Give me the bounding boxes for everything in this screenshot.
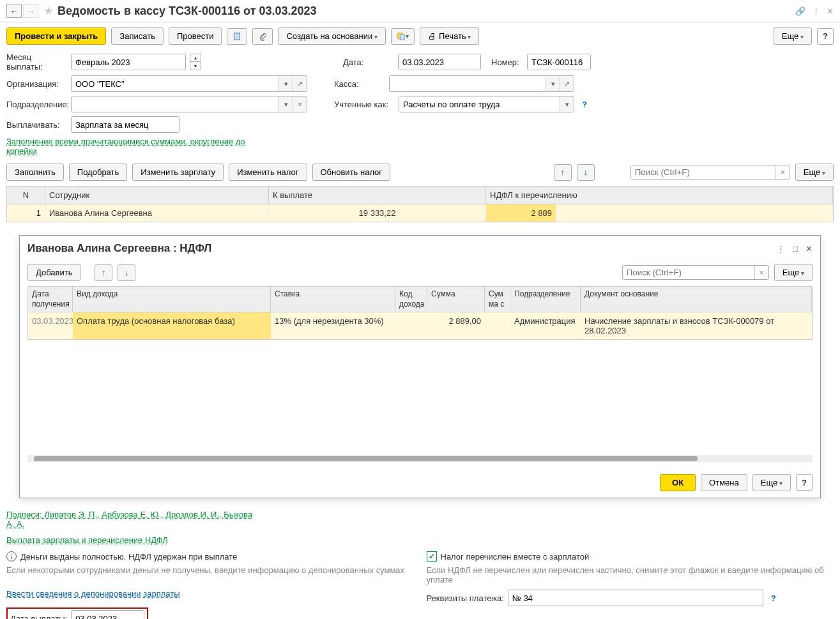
popup-close-icon[interactable]: ✕ [806, 244, 813, 254]
col-kind: Вид дохода [73, 287, 271, 312]
accounted-input[interactable] [399, 96, 560, 112]
popup-search-input[interactable] [623, 266, 754, 279]
date-label: Дата: [343, 57, 394, 67]
col-date: Дата получения [28, 287, 73, 312]
open-icon[interactable]: ↗ [293, 76, 307, 91]
info-icon: i [6, 551, 17, 562]
move-up-button[interactable]: ↑ [554, 164, 572, 181]
month-label: Месяц выплаты: [6, 52, 67, 72]
ndfl-table: Дата получения Вид дохода Ставка Код дох… [27, 286, 813, 340]
fill-settings-link[interactable]: Заполнение всеми причитающимися суммами,… [6, 137, 245, 156]
save-button[interactable]: Записать [111, 27, 164, 45]
table-row[interactable]: 1 Иванова Алина Сергеевна 19 333,22 2 88… [7, 204, 833, 222]
pick-button[interactable]: Подобрать [69, 164, 127, 181]
col-ndfl: НДФЛ к перечислению [486, 187, 833, 204]
col-pay: К выплате [269, 187, 486, 204]
info-text: Деньги выданы полностью, НДФЛ удержан пр… [20, 552, 237, 562]
accounted-label: Учтенные как: [334, 100, 395, 109]
popup-move-down[interactable]: ↓ [118, 264, 135, 281]
popup-more-icon[interactable]: ⋮ [777, 244, 785, 254]
col-sum: Сумма [427, 287, 485, 312]
create-based-button[interactable]: Создать на основании [278, 27, 386, 45]
deposit-link[interactable]: Ввести сведения о депонировании зарплаты [6, 589, 180, 599]
pay-date-label: Дата выплаты: [10, 614, 67, 619]
svg-rect-5 [400, 34, 404, 40]
month-stepper[interactable]: ▴▾ [190, 54, 201, 70]
popup-maximize-icon[interactable]: □ [793, 244, 798, 254]
popup-move-up[interactable]: ↑ [95, 264, 112, 281]
pay-date-input[interactable] [72, 611, 144, 619]
help-button[interactable]: ? [817, 28, 834, 45]
pay-input[interactable] [72, 117, 179, 132]
clear-icon[interactable]: × [293, 96, 307, 112]
search-box[interactable]: × [630, 165, 790, 180]
clear-search-icon[interactable]: × [775, 165, 790, 179]
popup-add-button[interactable]: Добавить [27, 264, 80, 281]
dept-label: Подразделение: [6, 100, 67, 109]
move-down-button[interactable]: ↓ [577, 164, 595, 181]
window-title: Ведомость в кассу ТСЗК-000116 от 03.03.2… [57, 4, 795, 18]
popup-cancel-button[interactable]: Отмена [701, 474, 747, 491]
dropdown-icon[interactable]: ▾ [546, 76, 560, 91]
number-label: Номер: [491, 57, 523, 67]
org-label: Организация: [6, 79, 67, 89]
nav-forward-button[interactable]: → [23, 4, 38, 18]
checkbox-label: Налог перечислен вместе с зарплатой [441, 552, 590, 562]
nav-back-button[interactable]: ← [6, 4, 22, 18]
post-close-button[interactable]: Провести и закрыть [6, 27, 106, 45]
update-tax-button[interactable]: Обновить налог [312, 164, 391, 181]
popup-more-button[interactable]: Еще [774, 264, 813, 281]
col-doc: Документ основание [581, 287, 812, 312]
org-input[interactable] [72, 76, 279, 91]
report-button[interactable] [227, 28, 247, 45]
col-sum-s: Сум ма с [485, 287, 510, 312]
more-button[interactable]: Еще [774, 27, 812, 45]
requisites-label: Реквизиты платежа: [427, 593, 504, 603]
popup-ok-button[interactable]: ОК [660, 474, 696, 491]
month-input[interactable] [72, 54, 186, 70]
pay-label: Выплачивать: [6, 120, 67, 130]
change-salary-button[interactable]: Изменить зарплату [132, 164, 224, 181]
date-input[interactable] [399, 54, 481, 70]
col-n: N [7, 187, 45, 204]
horizontal-scrollbar[interactable] [27, 455, 813, 462]
help-icon[interactable]: ? [582, 100, 587, 109]
close-icon[interactable]: ✕ [827, 6, 834, 16]
copy-lines-button[interactable] [391, 28, 415, 45]
col-rate: Ставка [271, 287, 395, 312]
change-tax-button[interactable]: Изменить налог [229, 164, 307, 181]
more-vertical-icon[interactable]: ⋮ [812, 6, 820, 16]
attach-button[interactable] [252, 28, 273, 45]
open-icon[interactable]: ↗ [560, 76, 574, 91]
link-icon[interactable]: 🔗 [795, 6, 806, 16]
popup-title: Иванова Алина Сергеевна : НДФЛ [27, 242, 777, 255]
help-icon[interactable]: ? [771, 593, 776, 603]
requisites-input[interactable] [508, 590, 763, 606]
tax-transferred-checkbox[interactable]: ✓ [427, 551, 437, 562]
dept-input[interactable] [72, 96, 279, 112]
employee-table: N Сотрудник К выплате НДФЛ к перечислени… [6, 186, 834, 222]
col-dept: Подразделение [510, 287, 581, 312]
popup-footer-more[interactable]: Еще [752, 474, 791, 491]
dropdown-icon[interactable]: ▾ [279, 96, 293, 112]
table-more-button[interactable]: Еще [795, 164, 834, 181]
popup-search-box[interactable]: × [622, 265, 769, 280]
post-button[interactable]: Провести [169, 27, 222, 45]
popup-clear-search-icon[interactable]: × [754, 266, 768, 279]
favorite-star-icon[interactable]: ★ [43, 4, 54, 18]
ndfl-popup: Иванова Алина Сергеевна : НДФЛ ⋮ □ ✕ Доб… [19, 235, 821, 498]
popup-help-button[interactable]: ? [796, 474, 813, 491]
hint-right: Если НДФЛ не перечислен или перечислен ч… [427, 565, 834, 585]
ndfl-table-row[interactable]: 03.03.2023 Оплата труда (основная налого… [28, 312, 812, 339]
dropdown-icon[interactable]: ▾ [560, 96, 574, 112]
hint-left: Если некоторыми сотрудниками деньги не п… [6, 565, 414, 575]
fill-button[interactable]: Заполнить [6, 164, 64, 181]
print-button[interactable]: Печать [420, 27, 479, 45]
cash-input[interactable] [390, 76, 546, 91]
payout-ndfl-link[interactable]: Выплата зарплаты и перечисление НДФЛ [6, 535, 168, 545]
signatures-link[interactable]: Подписи: Липатов Э. П., Арбузова Е. Ю., … [6, 510, 252, 529]
dropdown-icon[interactable]: ▾ [279, 76, 293, 91]
search-input[interactable] [631, 165, 775, 179]
col-employee: Сотрудник [45, 187, 269, 204]
number-input[interactable] [528, 54, 591, 70]
